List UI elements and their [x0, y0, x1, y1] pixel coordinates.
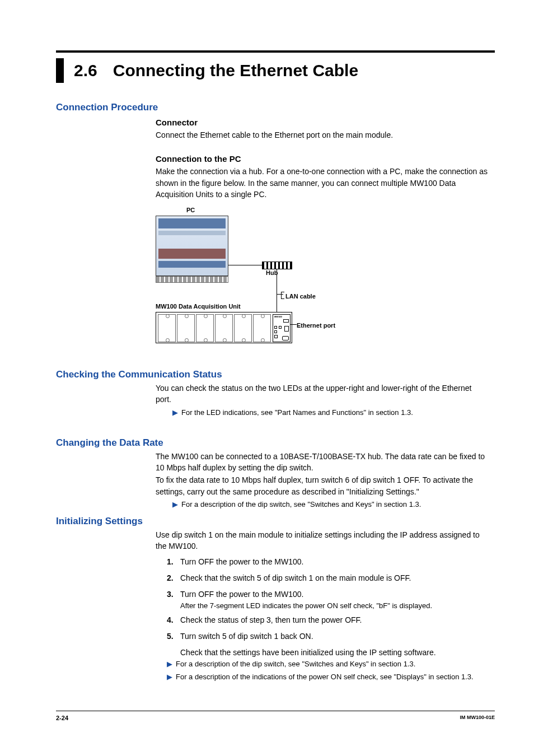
connection-figure: PC Hub LAN cable MW100 Data Acquisition …: [156, 207, 424, 350]
reference-arrow-icon: ▶: [167, 659, 172, 670]
body-text: Connect the Ethernet cable to the Ethern…: [156, 129, 489, 141]
subhead-connector: Connector: [156, 118, 495, 127]
list-item: 3. Turn OFF the power to the MW100.: [167, 589, 489, 600]
figure-label-pc: PC: [186, 207, 195, 213]
document-id: IM MW100-01E: [460, 715, 495, 721]
reference-text: For a description of the dip switch, see…: [176, 659, 415, 670]
step-text: Check that the switch 5 of dip switch 1 …: [180, 572, 411, 584]
figure-keyboard-icon: [156, 276, 228, 283]
figure-hub-icon: [262, 262, 292, 269]
step-text: Turn OFF the power to the MW100.: [180, 556, 303, 568]
reference-arrow-icon: ▶: [172, 408, 178, 418]
reference-arrow-icon: ▶: [172, 500, 178, 510]
cross-reference: ▶ For a description of the dip switch, s…: [167, 659, 495, 670]
body-text: Use dip switch 1 on the main module to i…: [156, 529, 489, 552]
figure-label-mw100: MW100 Data Acquisition Unit: [156, 303, 241, 310]
step-text: Turn OFF the power to the MW100.: [180, 589, 303, 600]
step-text: Turn switch 5 of dip switch 1 back ON.: [180, 631, 313, 642]
section-initializing: Initializing Settings: [56, 516, 495, 527]
list-item: 2. Check that the switch 5 of dip switch…: [167, 572, 489, 584]
cross-reference: ▶ For the LED indications, see "Part Nam…: [172, 408, 489, 418]
body-text: You can check the status on the two LEDs…: [156, 382, 489, 405]
step-number: 3.: [167, 589, 180, 600]
reference-text: For a description of the dip switch, see…: [181, 500, 421, 510]
step-continuation: Check that the settings have been initia…: [180, 648, 489, 657]
figure-pc-icon: [156, 216, 228, 276]
reference-arrow-icon: ▶: [167, 672, 172, 683]
cross-reference: ▶ For a description of the indications o…: [167, 672, 495, 683]
step-number: 1.: [167, 556, 180, 568]
page-number: 2-24: [56, 715, 68, 721]
chapter-bar: [56, 58, 64, 83]
figure-mw100-tag: MW100: [274, 315, 282, 318]
cross-reference: ▶ For a description of the dip switch, s…: [172, 500, 489, 510]
step-number: 4.: [167, 614, 180, 626]
page-footer: 2-24 IM MW100-01E: [56, 711, 495, 721]
chapter-number: 2.6: [74, 58, 97, 83]
list-item: 5. Turn switch 5 of dip switch 1 back ON…: [167, 631, 489, 642]
step-text: Check the status of step 3, then turn th…: [180, 614, 362, 626]
section-data-rate: Changing the Data Rate: [56, 437, 495, 449]
subhead-connection-pc: Connection to the PC: [156, 154, 495, 164]
body-text: To fix the data rate to 10 Mbps half dup…: [156, 474, 489, 497]
chapter-title: Connecting the Ethernet Cable: [113, 58, 358, 83]
step-subtext: After the 7-segment LED indicates the po…: [180, 601, 489, 610]
list-item: 1. Turn OFF the power to the MW100.: [167, 556, 489, 568]
body-text: Make the connection via a hub. For a one…: [156, 166, 489, 200]
chapter-heading: 2.6 Connecting the Ethernet Cable: [56, 58, 495, 83]
list-item: 4. Check the status of step 3, then turn…: [167, 614, 489, 626]
step-number: 5.: [167, 631, 180, 642]
figure-label-lan: LAN cable: [285, 293, 316, 300]
section-connection-procedure: Connection Procedure: [56, 102, 495, 113]
figure-label-ethernet-port: Ethernet port: [297, 322, 335, 329]
reference-text: For a description of the indications of …: [176, 672, 474, 683]
figure-mw100-icon: MW100: [156, 312, 292, 343]
reference-text: For the LED indications, see "Part Names…: [181, 408, 413, 418]
section-comm-status: Checking the Communication Status: [56, 369, 495, 380]
body-text: The MW100 can be connected to a 10BASE-T…: [156, 451, 489, 474]
step-number: 2.: [167, 572, 180, 584]
